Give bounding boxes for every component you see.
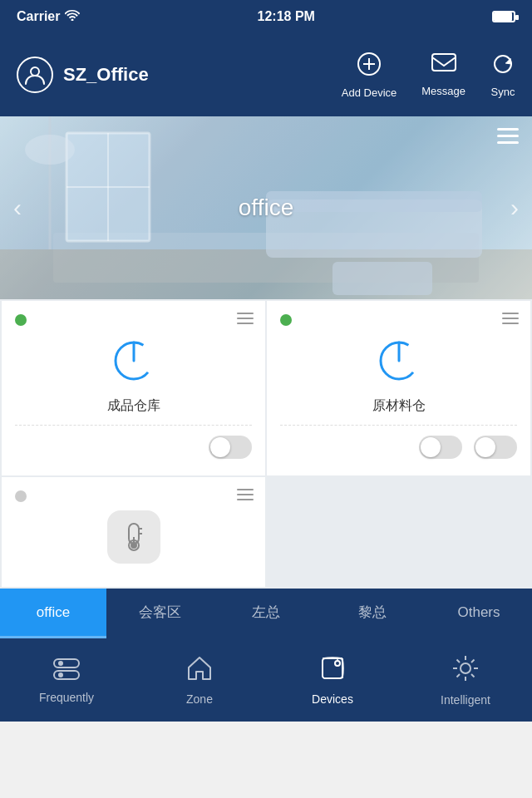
nav-devices-label: Devices bbox=[312, 692, 353, 706]
svg-line-39 bbox=[471, 659, 475, 663]
message-icon bbox=[431, 52, 457, 81]
time-display: 12:18 PM bbox=[258, 9, 315, 24]
device-menu-2[interactable] bbox=[502, 313, 519, 324]
sync-button[interactable]: Sync bbox=[490, 52, 515, 98]
slider-prev-button[interactable]: ‹ bbox=[5, 185, 30, 230]
card-divider-2 bbox=[280, 425, 517, 426]
device-name-2: 原材料仓 bbox=[280, 397, 517, 415]
nav-zone[interactable]: Zone bbox=[133, 638, 266, 722]
nav-frequently-label: Frequently bbox=[39, 691, 94, 704]
user-name: SZ_Office bbox=[63, 64, 149, 86]
svg-point-27 bbox=[58, 661, 63, 666]
room-tab-zuozong-label: 左总 bbox=[252, 603, 280, 622]
room-tab-office-label: office bbox=[37, 604, 70, 621]
svg-rect-4 bbox=[432, 54, 456, 71]
sync-icon bbox=[490, 52, 515, 82]
battery-icon bbox=[492, 11, 515, 22]
card-toggles-1 bbox=[15, 432, 252, 462]
device-status-dot-1 bbox=[15, 314, 27, 326]
slider-next-button[interactable]: › bbox=[502, 185, 527, 230]
room-tab-huike-label: 会客区 bbox=[139, 603, 181, 622]
svg-point-14 bbox=[25, 135, 75, 165]
zone-icon bbox=[186, 655, 213, 687]
hero-menu-icon[interactable] bbox=[497, 128, 519, 144]
nav-frequently[interactable]: Frequently bbox=[0, 638, 133, 722]
room-tab-others-label: Others bbox=[457, 604, 500, 621]
message-label: Message bbox=[421, 85, 466, 97]
frequently-icon bbox=[52, 657, 81, 686]
svg-rect-12 bbox=[332, 262, 432, 295]
svg-point-22 bbox=[131, 543, 136, 548]
svg-line-37 bbox=[457, 659, 461, 663]
room-tab-lizong-label: 黎总 bbox=[358, 603, 387, 622]
device-toggle-2a[interactable] bbox=[419, 436, 462, 459]
nav-devices[interactable]: Devices bbox=[266, 638, 399, 722]
svg-point-0 bbox=[31, 67, 39, 76]
device-toggle-1[interactable] bbox=[209, 436, 252, 459]
card-divider-1 bbox=[15, 425, 252, 426]
hero-room-label: office bbox=[239, 195, 293, 221]
room-tab-others[interactable]: Others bbox=[426, 589, 532, 638]
user-avatar bbox=[17, 57, 53, 93]
device-card-3 bbox=[2, 477, 265, 587]
hero-slider: ‹ › office bbox=[0, 116, 532, 299]
device-menu-1[interactable] bbox=[237, 313, 254, 324]
device-menu-3[interactable] bbox=[237, 489, 254, 500]
message-button[interactable]: Message bbox=[421, 52, 466, 97]
nav-intelligent[interactable]: Intelligent bbox=[399, 638, 532, 722]
status-bar: Carrier 12:18 PM bbox=[0, 0, 532, 33]
device-status-dot-2 bbox=[280, 314, 292, 326]
power-icon-1[interactable] bbox=[107, 334, 160, 387]
room-tab-zuozong[interactable]: 左总 bbox=[213, 589, 319, 638]
bottom-nav: Frequently Zone Devices bbox=[0, 638, 532, 722]
device-card-2: 原材料仓 bbox=[267, 301, 530, 475]
wifi-icon bbox=[65, 9, 80, 24]
nav-bar: SZ_Office Add Device Message bbox=[0, 33, 532, 116]
device-toggle-2b[interactable] bbox=[474, 436, 517, 459]
device-name-1: 成品仓库 bbox=[15, 397, 252, 415]
temperature-icon bbox=[107, 510, 160, 564]
nav-actions: Add Device Message Sync bbox=[342, 51, 515, 99]
svg-point-28 bbox=[58, 672, 63, 677]
power-icon-2[interactable] bbox=[372, 334, 426, 387]
room-tabs: office 会客区 左总 黎总 Others bbox=[0, 589, 532, 638]
svg-line-38 bbox=[471, 674, 475, 677]
svg-line-40 bbox=[457, 674, 461, 677]
carrier-label: Carrier bbox=[17, 9, 60, 24]
svg-point-30 bbox=[335, 661, 340, 666]
add-device-icon bbox=[356, 51, 382, 83]
intelligent-icon bbox=[451, 654, 480, 688]
room-tab-office[interactable]: office bbox=[0, 589, 106, 638]
svg-point-32 bbox=[461, 663, 470, 673]
card-toggles-2 bbox=[280, 432, 517, 462]
nav-intelligent-label: Intelligent bbox=[441, 693, 490, 707]
add-device-button[interactable]: Add Device bbox=[342, 51, 397, 99]
room-tab-lizong[interactable]: 黎总 bbox=[319, 589, 426, 638]
svg-rect-11 bbox=[266, 191, 482, 212]
device-status-dot-3 bbox=[15, 490, 27, 502]
carrier-info: Carrier bbox=[17, 9, 80, 24]
device-card-1: 成品仓库 bbox=[2, 301, 265, 475]
nav-zone-label: Zone bbox=[186, 692, 213, 706]
svg-rect-25 bbox=[54, 659, 79, 667]
user-section: SZ_Office bbox=[17, 57, 342, 93]
sync-label: Sync bbox=[491, 86, 515, 98]
devices-icon bbox=[319, 655, 346, 687]
add-device-label: Add Device bbox=[342, 86, 397, 99]
room-tab-huike[interactable]: 会客区 bbox=[106, 589, 213, 638]
devices-grid: 成品仓库 原材料仓 bbox=[0, 299, 532, 589]
svg-rect-26 bbox=[54, 671, 79, 679]
